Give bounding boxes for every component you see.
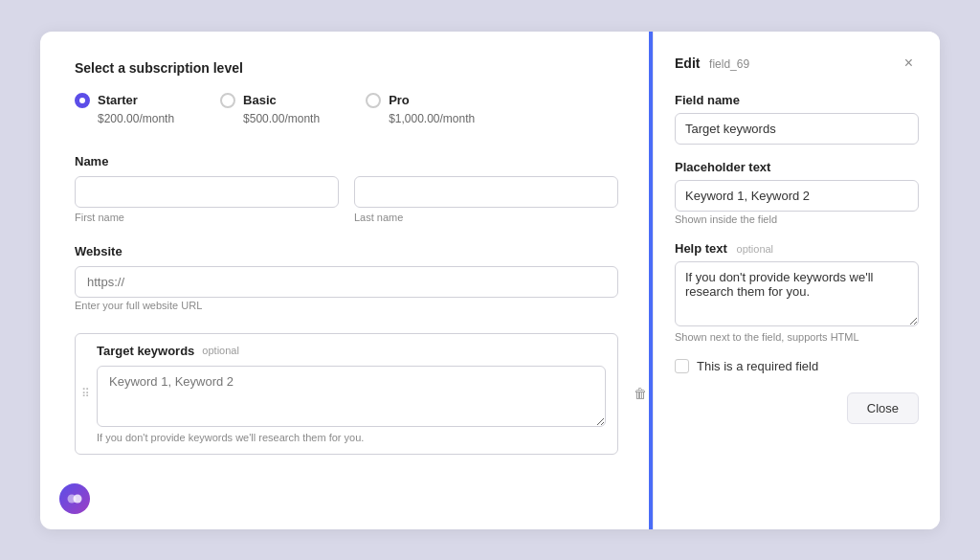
website-help: Enter your full website URL <box>75 300 202 311</box>
last-name-input[interactable] <box>354 176 618 208</box>
app-logo <box>59 483 90 514</box>
svg-point-1 <box>74 494 82 503</box>
target-keywords-header: Target keywords optional <box>97 344 606 358</box>
blue-bar <box>649 32 653 529</box>
target-keywords-section: ⠿ Target keywords optional If you don't … <box>75 333 618 455</box>
first-name-sublabel: First name <box>75 212 339 223</box>
keyword-textarea[interactable] <box>97 366 606 427</box>
name-row: First name Last name <box>75 176 618 223</box>
field-name-input[interactable] <box>675 113 919 145</box>
required-row: This is a required field <box>675 359 919 373</box>
first-name-group: First name <box>75 176 339 223</box>
keywords-outer: ⠿ Target keywords optional If you don't … <box>75 333 618 455</box>
help-text-group: Help text optional If you don't provide … <box>675 241 919 344</box>
delete-icon[interactable]: 🗑 <box>634 386 647 401</box>
help-optional-tag: optional <box>737 243 774 255</box>
name-label: Name <box>75 154 618 168</box>
radio-starter[interactable] <box>75 93 90 108</box>
help-text-textarea[interactable]: If you don't provide keywords we'll rese… <box>675 261 919 326</box>
field-name-label: Field name <box>675 93 919 107</box>
basic-price: $500.00/month <box>243 112 320 125</box>
field-name-group: Field name <box>675 93 919 145</box>
edit-label: Edit <box>675 56 700 71</box>
placeholder-text-group: Placeholder text Shown inside the field <box>675 160 919 226</box>
logo-icon <box>66 490 83 507</box>
edit-field-id: field_69 <box>709 57 749 71</box>
subscription-options: Starter $200.00/month Basic $500.00/mont… <box>75 93 618 125</box>
close-panel-button[interactable]: × <box>899 53 919 74</box>
last-name-group: Last name <box>354 176 618 223</box>
pro-label: Pro <box>389 93 410 107</box>
subscription-basic[interactable]: Basic $500.00/month <box>220 93 320 125</box>
help-text-label: Help text optional <box>675 241 919 256</box>
pro-price: $1,000.00/month <box>389 112 475 125</box>
right-panel: Edit field_69 × Field name Placeholder t… <box>653 32 940 529</box>
last-name-sublabel: Last name <box>354 212 618 223</box>
website-section: Website Enter your full website URL <box>75 244 618 312</box>
placeholder-text-input[interactable] <box>675 180 919 212</box>
required-checkbox[interactable] <box>675 359 689 373</box>
subscription-section: Select a subscription level Starter $200… <box>75 60 618 125</box>
radio-basic[interactable] <box>220 93 235 108</box>
starter-price: $200.00/month <box>98 112 174 125</box>
close-action-button[interactable]: Close <box>847 392 919 424</box>
first-name-input[interactable] <box>75 176 339 208</box>
keyword-label: Target keywords <box>97 344 194 358</box>
radio-pro[interactable] <box>366 93 381 108</box>
subscription-pro[interactable]: Pro $1,000.00/month <box>366 93 475 125</box>
drag-handle-icon[interactable]: ⠿ <box>81 387 90 400</box>
keyword-optional: optional <box>202 345 239 356</box>
left-panel: Select a subscription level Starter $200… <box>40 32 653 529</box>
keyword-help: If you don't provide keywords we'll rese… <box>97 432 364 443</box>
logo-area <box>59 483 90 514</box>
name-section: Name First name Last name <box>75 154 618 223</box>
placeholder-note: Shown inside the field <box>675 213 777 225</box>
website-input[interactable] <box>75 266 618 298</box>
subscription-starter[interactable]: Starter $200.00/month <box>75 93 174 125</box>
edit-panel-header: Edit field_69 × <box>675 53 919 74</box>
website-label: Website <box>75 244 618 258</box>
required-label: This is a required field <box>697 359 818 373</box>
help-text-note: Shown next to the field, supports HTML <box>675 331 859 343</box>
main-card: Select a subscription level Starter $200… <box>40 32 940 529</box>
subscription-title: Select a subscription level <box>75 60 618 76</box>
basic-label: Basic <box>243 93 277 107</box>
placeholder-text-label: Placeholder text <box>675 160 919 174</box>
starter-label: Starter <box>98 93 138 107</box>
edit-title-area: Edit field_69 <box>675 56 749 71</box>
